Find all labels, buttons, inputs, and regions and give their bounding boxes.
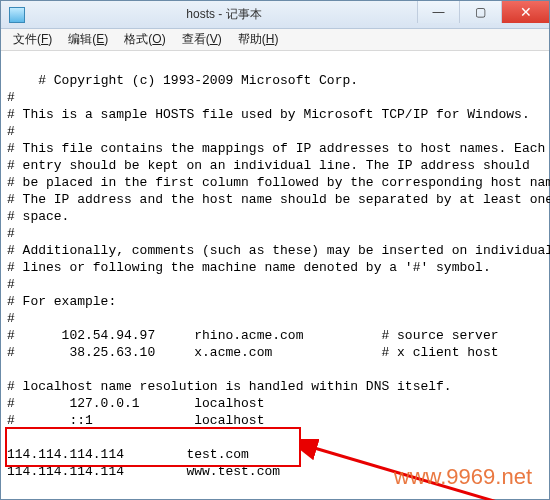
maximize-button[interactable]: ▢ (459, 1, 501, 23)
notepad-window: hosts - 记事本 — ▢ ✕ 文件(F) 编辑(E) 格式(O) 查看(V… (0, 0, 550, 500)
window-controls: — ▢ ✕ (417, 1, 549, 28)
file-content: # Copyright (c) 1993-2009 Microsoft Corp… (7, 73, 550, 479)
titlebar[interactable]: hosts - 记事本 — ▢ ✕ (1, 1, 549, 29)
text-editor-area[interactable]: # Copyright (c) 1993-2009 Microsoft Corp… (1, 51, 549, 499)
window-title: hosts - 记事本 (31, 6, 417, 23)
svg-line-1 (311, 447, 521, 500)
minimize-button[interactable]: — (417, 1, 459, 23)
menu-format[interactable]: 格式(O) (116, 29, 173, 50)
notepad-icon (9, 7, 25, 23)
menu-file[interactable]: 文件(F) (5, 29, 60, 50)
menu-help[interactable]: 帮助(H) (230, 29, 287, 50)
menu-edit[interactable]: 编辑(E) (60, 29, 116, 50)
menu-view[interactable]: 查看(V) (174, 29, 230, 50)
menubar: 文件(F) 编辑(E) 格式(O) 查看(V) 帮助(H) (1, 29, 549, 51)
close-button[interactable]: ✕ (501, 1, 549, 23)
annotation-arrow-icon (301, 439, 531, 500)
